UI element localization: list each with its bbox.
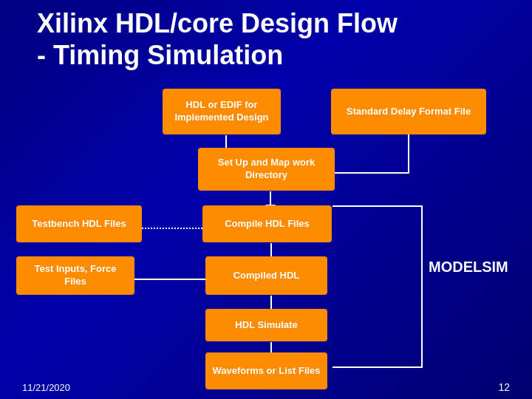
slide: Xilinx HDL/core Design Flow - Timing Sim… [0, 0, 532, 399]
setup-map-box: Set Up and Map work Directory [198, 148, 335, 191]
modelsim-bracket-bottom [332, 366, 421, 368]
standard-delay-box: Standard Delay Format File [331, 89, 486, 134]
hdl-simulate-box: HDL Simulate [205, 309, 327, 341]
connector-v1 [408, 134, 409, 173]
modelsim-label: MODELSIM [429, 259, 508, 276]
compiled-hdl-box: Compiled HDL [205, 256, 327, 295]
slide-title: Xilinx HDL/core Design Flow - Timing Sim… [37, 7, 495, 71]
hdl-edif-box: HDL or EDIF for Implemented Design [163, 89, 281, 134]
testbench-box: Testbench HDL Files [16, 205, 142, 242]
waveforms-box: Waveforms or List Files [205, 352, 327, 389]
test-inputs-box: Test Inputs, Force Files [16, 256, 134, 295]
arrow-testinputs-to-compiled [134, 274, 213, 284]
compile-hdl-box: Compile HDL Files [202, 205, 332, 242]
dotted-arrow-testbench [142, 223, 210, 233]
title-line2: - Timing Simulation [37, 39, 495, 71]
modelsim-bracket-top [332, 205, 421, 207]
title-line1: Xilinx HDL/core Design Flow [37, 7, 495, 39]
modelsim-bracket-right [421, 205, 423, 368]
slide-date: 11/21/2020 [22, 382, 70, 393]
slide-number: 12 [498, 381, 510, 393]
